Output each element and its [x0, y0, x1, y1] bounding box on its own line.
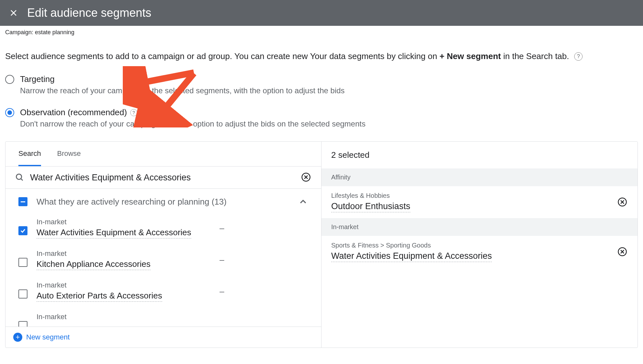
checkbox-indeterminate-icon[interactable]	[18, 197, 27, 206]
svg-point-2	[16, 174, 22, 179]
tabs-row: Search Browse	[5, 142, 321, 167]
segments-left-pane: Search Browse What they are actively res…	[5, 142, 322, 348]
targeting-title: Targeting	[20, 74, 345, 84]
radio-unchecked-icon	[5, 75, 14, 84]
help-icon[interactable]: ?	[130, 109, 137, 116]
checkbox-empty-icon[interactable]	[18, 321, 27, 327]
selected-path: Lifestyles & Hobbies	[331, 192, 617, 199]
close-circle-icon	[617, 247, 627, 257]
item-category: In-market	[37, 313, 67, 321]
remove-selected-button[interactable]	[617, 197, 628, 207]
item-name: Kitchen Appliance Accessories	[37, 259, 151, 270]
selected-item: Lifestyles & Hobbies Outdoor Enthusiasts	[322, 186, 638, 218]
search-icon	[15, 173, 24, 182]
scope-radio-group: Targeting Narrow the reach of your campa…	[0, 71, 643, 141]
help-icon[interactable]: ?	[574, 52, 583, 61]
modal-title: Edit audience segments	[27, 6, 151, 20]
search-row	[5, 167, 321, 189]
targeting-subtitle: Narrow the reach of your campaign to the…	[20, 86, 345, 95]
group-header[interactable]: What they are actively researching or pl…	[5, 189, 321, 215]
close-button[interactable]	[8, 7, 19, 19]
section-header: In-market	[322, 218, 638, 236]
observation-option[interactable]: Observation (recommended) ? Don't narrow…	[5, 107, 638, 128]
segment-item[interactable]: In-market Kitchen Appliance Accessories …	[5, 246, 321, 278]
plus-circle-icon: +	[13, 333, 22, 342]
close-circle-icon	[301, 172, 311, 182]
results-list: What they are actively researching or pl…	[5, 189, 321, 327]
segment-item[interactable]: In-market Water Activities Equipment & A…	[5, 215, 321, 246]
item-name: Water Activities Equipment & Accessories	[37, 228, 191, 238]
radio-checked-icon	[5, 108, 14, 117]
close-circle-icon	[617, 197, 627, 207]
tab-search[interactable]: Search	[18, 142, 41, 166]
chevron-up-icon	[298, 197, 308, 207]
checkbox-empty-icon[interactable]	[18, 289, 27, 298]
selected-name: Water Activities Equipment & Accessories	[331, 251, 492, 262]
new-segment-label: New segment	[26, 333, 70, 341]
targeting-option[interactable]: Targeting Narrow the reach of your campa…	[5, 74, 638, 95]
modal-header: Edit audience segments	[0, 0, 643, 26]
segment-item[interactable]: In-market	[5, 309, 321, 327]
search-input[interactable]	[30, 173, 295, 183]
remove-selected-button[interactable]	[617, 247, 628, 257]
observation-title: Observation (recommended) ?	[20, 107, 365, 117]
item-indicator: –	[220, 223, 224, 233]
segment-item[interactable]: In-market Auto Exterior Parts & Accessor…	[5, 278, 321, 309]
selected-count: 2 selected	[322, 142, 638, 168]
checkbox-empty-icon[interactable]	[18, 258, 27, 267]
item-category: In-market	[37, 218, 191, 226]
section-header: Affinity	[322, 168, 638, 186]
checkbox-checked-icon[interactable]	[18, 226, 27, 235]
breadcrumb: Campaign: estate planning	[0, 26, 643, 38]
selected-path: Sports & Fitness > Sporting Goods	[331, 242, 617, 249]
item-category: In-market	[37, 249, 151, 258]
selected-name: Outdoor Enthusiasts	[331, 201, 410, 212]
close-icon	[10, 9, 17, 17]
observation-subtitle: Don't narrow the reach of your campaign,…	[20, 119, 365, 128]
item-indicator: –	[220, 287, 224, 297]
clear-search-button[interactable]	[301, 172, 311, 183]
item-category: In-market	[37, 281, 162, 289]
segments-panel: Search Browse What they are actively res…	[5, 141, 638, 348]
description-text: Select audience segments to add to a cam…	[0, 38, 643, 71]
item-indicator: –	[220, 255, 224, 265]
tab-browse[interactable]: Browse	[57, 142, 81, 166]
selected-item: Sports & Fitness > Sporting Goods Water …	[322, 236, 638, 268]
group-label: What they are actively researching or pl…	[37, 197, 289, 207]
selected-pane: 2 selected Affinity Lifestyles & Hobbies…	[322, 142, 638, 348]
svg-line-3	[21, 179, 23, 181]
item-name: Auto Exterior Parts & Accessories	[37, 291, 162, 302]
new-segment-button[interactable]: + New segment	[5, 327, 321, 348]
